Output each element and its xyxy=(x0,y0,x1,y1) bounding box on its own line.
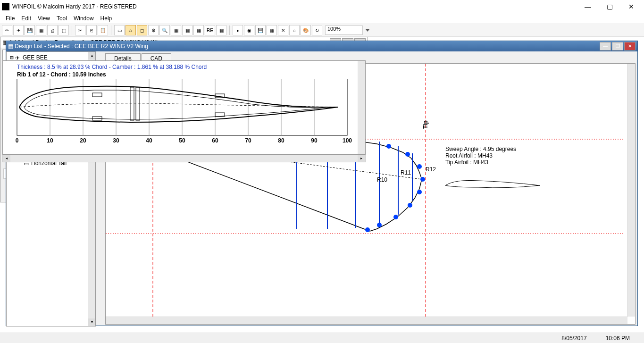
r11-label: R11 xyxy=(401,169,411,176)
menu-help[interactable]: Help xyxy=(98,14,115,23)
svg-text:100: 100 xyxy=(343,137,352,144)
svg-rect-46 xyxy=(136,87,140,120)
window-icon: ▦ xyxy=(8,43,13,50)
maximize-button[interactable]: ▢ xyxy=(599,0,620,13)
menu-edit[interactable]: Edit xyxy=(18,14,34,23)
root-airfoil-text: Root Airfoil : MH43 xyxy=(445,152,493,159)
svg-point-29 xyxy=(365,227,370,232)
svg-text:20: 20 xyxy=(80,137,86,144)
svg-text:40: 40 xyxy=(146,137,152,144)
tool-k[interactable]: ◉ xyxy=(244,25,254,35)
svg-point-28 xyxy=(377,223,382,227)
separator xyxy=(229,25,230,35)
tool-save[interactable]: 💾 xyxy=(25,25,35,35)
tool-p[interactable]: 🎨 xyxy=(301,25,311,35)
canvas-vscroll[interactable] xyxy=(627,64,635,317)
minimize-button[interactable]: — xyxy=(577,0,599,13)
menu-window[interactable]: Window xyxy=(71,14,97,23)
svg-rect-45 xyxy=(130,87,134,120)
menu-bar: File Edit View Tool Window Help xyxy=(0,13,644,24)
zoom-dropdown-icon[interactable] xyxy=(366,29,369,32)
svg-text:50: 50 xyxy=(179,137,185,144)
svg-point-24 xyxy=(420,177,425,182)
menu-view[interactable]: View xyxy=(35,14,53,23)
tool-o[interactable]: ⌂ xyxy=(289,25,300,35)
tool-b[interactable]: ⌂ xyxy=(125,25,136,35)
svg-text:90: 90 xyxy=(311,137,318,144)
tool-h[interactable]: ▦ xyxy=(193,25,204,35)
tool-i[interactable]: RE xyxy=(205,25,215,35)
tool-n[interactable]: ✕ xyxy=(278,25,288,35)
separator xyxy=(111,25,111,35)
svg-text:0: 0 xyxy=(16,137,19,144)
sweep-text: Sweep Angle : 4.95 degrees xyxy=(445,146,516,152)
toolbar: ✏ ✈ 💾 ▦ 🖨 ⬚ ✂ ⎘ 📋 ▭ ⌂ ◻ ⚙ 🔍 ▦ ▦ ▦ RE ▦ ▸… xyxy=(0,24,644,37)
zoom-select[interactable]: 100% xyxy=(325,25,363,35)
menu-tool[interactable]: Tool xyxy=(54,14,70,23)
svg-point-21 xyxy=(386,144,391,149)
app-icon xyxy=(2,3,9,10)
rib-vscroll[interactable] xyxy=(358,61,365,154)
thickness-text: Thickness : 8.5 % at 28.93 % Chord - Cam… xyxy=(3,61,365,71)
child-close-button[interactable]: ✕ xyxy=(624,42,636,50)
status-date: 8/05/2017 xyxy=(561,335,586,342)
tool-4[interactable]: ▦ xyxy=(36,25,46,35)
tool-d[interactable]: ⚙ xyxy=(148,25,159,35)
tool-2[interactable]: ✈ xyxy=(13,25,24,35)
svg-rect-43 xyxy=(92,93,102,97)
child-restore-button[interactable]: ❐ xyxy=(612,42,623,50)
tool-c[interactable]: ◻ xyxy=(137,25,147,35)
tool-pointer[interactable]: ▸ xyxy=(233,25,243,35)
rib-title: Rib 1 of 12 - Chord : 10.59 Inches xyxy=(3,71,365,79)
app-title: WINFOIL © Malcolm Hardy 2017 - REGISTERE… xyxy=(12,3,577,10)
status-time: 10:06 PM xyxy=(606,335,630,342)
svg-point-23 xyxy=(417,164,422,169)
child-min-button[interactable]: — xyxy=(600,42,611,50)
design-list-title: Design List - Selected : GEE BEE R2 WING… xyxy=(15,43,599,50)
tip-airfoil-text: Tip Airfoil : MH43 xyxy=(445,159,488,166)
svg-text:70: 70 xyxy=(245,137,251,144)
svg-point-27 xyxy=(393,215,398,219)
menu-file[interactable]: File xyxy=(3,14,17,23)
rib-hscroll[interactable]: ◂▸ xyxy=(2,155,366,162)
status-bar: 8/05/2017 10:06 PM xyxy=(0,333,644,343)
tool-cut[interactable]: ✂ xyxy=(75,25,85,35)
tool-g[interactable]: ▦ xyxy=(182,25,192,35)
tool-j[interactable]: ▦ xyxy=(216,25,226,35)
tool-f[interactable]: ▦ xyxy=(171,25,181,35)
tool-1[interactable]: ✏ xyxy=(2,25,12,35)
canvas-hscroll[interactable] xyxy=(106,317,627,324)
r12-label: R12 xyxy=(426,166,436,173)
svg-point-22 xyxy=(405,152,410,157)
svg-point-26 xyxy=(408,203,412,208)
tool-e[interactable]: 🔍 xyxy=(159,25,170,35)
svg-text:80: 80 xyxy=(278,137,284,144)
tool-copy[interactable]: ⎘ xyxy=(86,25,97,35)
tip-label: Tip xyxy=(422,120,429,129)
svg-text:60: 60 xyxy=(212,137,218,144)
tool-q[interactable]: ↻ xyxy=(312,25,322,35)
r10-label: R10 xyxy=(377,176,387,183)
separator xyxy=(72,25,72,35)
svg-text:30: 30 xyxy=(113,137,119,144)
svg-point-25 xyxy=(417,190,422,194)
svg-text:10: 10 xyxy=(47,137,53,144)
tool-6[interactable]: ⬚ xyxy=(59,25,69,35)
tool-print[interactable]: 🖨 xyxy=(47,25,58,35)
tool-paste[interactable]: 📋 xyxy=(98,25,108,35)
tool-a[interactable]: ▭ xyxy=(114,25,125,35)
close-button[interactable]: ✕ xyxy=(620,0,642,13)
tool-l[interactable]: 💾 xyxy=(255,25,266,35)
tool-m[interactable]: ▦ xyxy=(267,25,277,35)
